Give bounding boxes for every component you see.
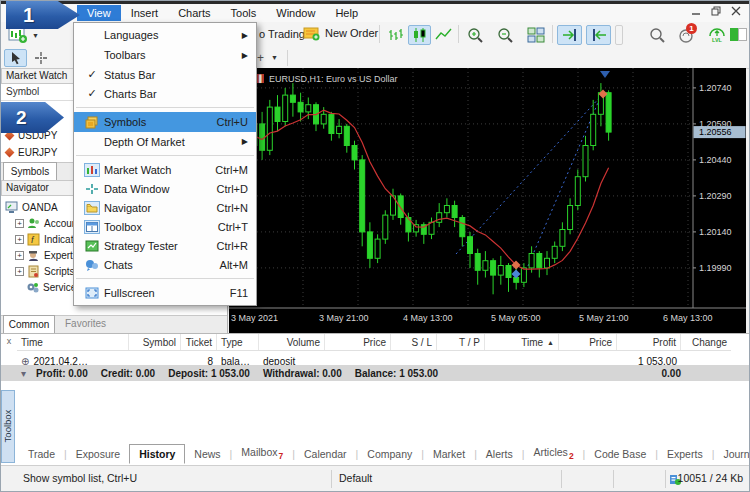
eurusd-h1-chart[interactable]: 1.207401.205901.204401.202901.201401.199…	[229, 68, 746, 333]
col-ticket[interactable]: Ticket	[181, 334, 217, 350]
menu-item-languages[interactable]: Languages▶	[74, 25, 256, 45]
svg-text:5 May 05:00: 5 May 05:00	[491, 313, 541, 323]
summary-profit-total: 0.00	[597, 368, 681, 379]
tab-mailbox[interactable]: Mailbox7	[232, 443, 292, 464]
tab-company[interactable]: Company	[358, 445, 421, 463]
indicators-button-partial[interactable]	[615, 25, 623, 45]
tab-experts[interactable]: Experts	[658, 445, 712, 463]
toolbox-side-tab[interactable]: Toolbox	[1, 390, 15, 463]
tab-code-base[interactable]: Code Base	[585, 445, 655, 463]
tab-articles[interactable]: Articles2	[524, 443, 582, 464]
history-deal-row[interactable]: ⊕2021.04.2…8bala…deposit1 053.00	[17, 350, 681, 365]
zoom-in-icon[interactable]	[463, 25, 488, 45]
menu-view[interactable]: View	[77, 5, 121, 21]
menu-item-toolbars[interactable]: Toolbars▶	[74, 45, 256, 65]
expand-icon[interactable]: +	[15, 219, 24, 228]
menu-item-fullscreen[interactable]: Fullscreen F11	[74, 283, 256, 303]
menu-item-chats[interactable]: Chats Alt+M	[74, 255, 256, 274]
annotation-number: 1	[23, 4, 34, 27]
menu-insert[interactable]: Insert	[121, 5, 169, 21]
add-object-icon[interactable]: +	[257, 51, 264, 65]
col-close-time[interactable]: Time▲	[485, 334, 559, 350]
toolbox-close-icon[interactable]: x	[4, 336, 14, 346]
svg-text:4 May 13:00: 4 May 13:00	[403, 313, 453, 323]
zoom-out-icon[interactable]	[493, 25, 518, 45]
menu-tools[interactable]: Tools	[221, 5, 267, 21]
notifications-icon[interactable]: 1	[674, 25, 700, 45]
menu-item-data-window[interactable]: Data Window Ctrl+D	[74, 179, 256, 198]
menu-help[interactable]: Help	[325, 5, 368, 21]
col-label: Time	[521, 337, 543, 348]
tab-market[interactable]: Market	[424, 445, 474, 463]
crosshair-icon[interactable]	[29, 49, 52, 67]
col-symbol[interactable]: Symbol	[129, 334, 181, 350]
search-icon[interactable]	[645, 25, 669, 45]
col-close-price[interactable]: Price	[559, 334, 617, 350]
menu-separator	[76, 155, 254, 156]
collapse-icon[interactable]: ▾	[21, 368, 26, 379]
col-tp[interactable]: T / P	[437, 334, 485, 350]
algo-trading-button[interactable]: o Trading	[259, 28, 305, 40]
scripts-icon	[27, 265, 41, 278]
new-order-icon	[303, 25, 321, 41]
connection-level-empty	[738, 28, 747, 41]
view-dropdown-menu: Languages▶ Toolbars▶ ✓Status Bar ✓Charts…	[73, 22, 257, 306]
menu-item-depth-of-market[interactable]: Depth Of Market▶	[74, 132, 256, 151]
notification-badge: 1	[686, 23, 697, 34]
close-icon[interactable]	[729, 5, 743, 17]
tab-trade[interactable]: Trade	[19, 445, 64, 463]
menu-item-label: Toolbox	[104, 221, 142, 233]
status-traffic: 10051 / 24 Kb	[603, 472, 743, 484]
navigator-tab-favorites[interactable]: Favorites	[65, 318, 106, 329]
strategy-tester-icon	[85, 240, 99, 252]
symbol-label: EURJPY	[18, 147, 57, 158]
objects-caret-icon[interactable]: ▼	[271, 54, 278, 61]
expand-icon[interactable]: +	[15, 267, 24, 276]
new-chart-caret-icon[interactable]: ▼	[32, 32, 39, 39]
col-change[interactable]: Change	[681, 334, 731, 350]
tab-journal[interactable]: Journal	[714, 445, 750, 463]
menu-item-navigator[interactable]: Navigator Ctrl+N	[74, 198, 256, 217]
tab-history[interactable]: History	[129, 444, 185, 464]
menu-window[interactable]: Window	[266, 5, 325, 21]
chart-panel[interactable]: 1.207401.205901.204401.202901.201401.199…	[229, 68, 746, 333]
col-time[interactable]: Time	[17, 334, 129, 350]
col-sl[interactable]: S / L	[391, 334, 437, 350]
menu-charts[interactable]: Charts	[168, 5, 220, 21]
col-type[interactable]: Type	[217, 334, 259, 350]
menu-item-label: Fullscreen	[104, 287, 155, 299]
new-order-button[interactable]: New Order	[303, 25, 378, 41]
candlestick-style-icon[interactable]	[408, 25, 431, 45]
navigator-tab-common[interactable]: Common	[3, 315, 55, 333]
tab-exposure[interactable]: Exposure	[67, 445, 129, 463]
col-profit[interactable]: Profit	[617, 334, 681, 350]
line-chart-style-icon[interactable]	[432, 25, 455, 45]
chart-shift-icon[interactable]	[586, 25, 611, 45]
tree-label: Scripts	[44, 266, 75, 277]
menu-item-strategy-tester[interactable]: Strategy Tester Ctrl+R	[74, 236, 256, 255]
market-watch-tab-symbols[interactable]: Symbols	[3, 162, 57, 180]
bar-chart-style-icon[interactable]	[384, 25, 407, 45]
tree-label: OANDA	[22, 202, 58, 213]
tab-alerts[interactable]: Alerts	[477, 445, 522, 463]
status-profile[interactable]: Default	[339, 472, 372, 484]
menu-item-status-bar[interactable]: ✓Status Bar	[74, 65, 256, 84]
cursor-icon[interactable]	[4, 49, 27, 67]
expand-icon[interactable]: +	[15, 235, 24, 244]
market-watch-icon	[86, 165, 98, 175]
menu-item-charts-bar[interactable]: ✓Charts Bar	[74, 84, 256, 103]
col-volume[interactable]: Volume	[259, 334, 325, 350]
symbol-trend-icon	[5, 147, 15, 157]
col-price[interactable]: Price	[325, 334, 391, 350]
menu-item-toolbox[interactable]: Toolbox Ctrl+T	[74, 217, 256, 236]
minimize-icon[interactable]	[689, 5, 703, 17]
lvl-icon[interactable]: LVL	[705, 24, 729, 44]
expand-icon[interactable]: +	[15, 251, 24, 260]
tile-windows-icon[interactable]	[523, 25, 548, 45]
auto-scroll-icon[interactable]	[557, 25, 582, 45]
tab-news[interactable]: News	[185, 445, 229, 463]
menu-item-market-watch[interactable]: Market Watch Ctrl+M	[74, 160, 256, 179]
restore-icon[interactable]	[709, 5, 723, 17]
tab-calendar[interactable]: Calendar	[295, 445, 356, 463]
menu-item-symbols[interactable]: Symbols Ctrl+U	[74, 112, 256, 132]
